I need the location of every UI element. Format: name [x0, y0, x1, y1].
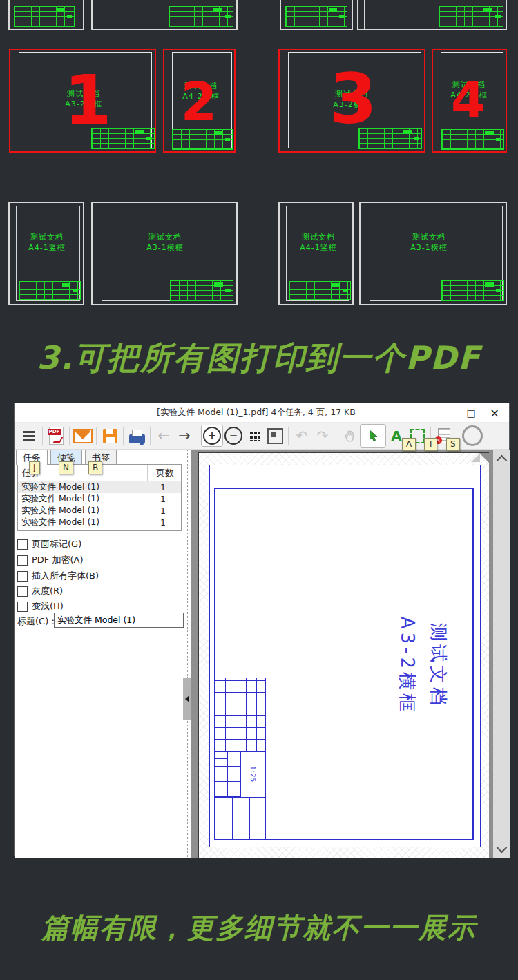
cad-frame-selected-4[interactable]: 测试文档A4-2竖框 4 — [432, 49, 507, 153]
cad-frame[interactable]: 测试文档A4-1竖框 — [278, 202, 354, 305]
toolbar-separator — [123, 427, 124, 445]
keytip-snapshot: S — [446, 438, 460, 451]
vertical-scrollbar[interactable] — [493, 450, 510, 858]
redo-button[interactable]: ↷ — [312, 425, 333, 446]
checkbox-box[interactable] — [17, 571, 28, 582]
select-tool-button[interactable] — [360, 424, 386, 448]
forward-button[interactable]: → — [174, 425, 195, 446]
pdf-preview-viewport: 测试文档 A3-2横框 1:25 — [191, 450, 493, 858]
cad-frame-partial[interactable] — [91, 0, 238, 30]
pdf-page: 测试文档 A3-2横框 1:25 — [198, 452, 489, 858]
zoom-in-icon: + — [203, 427, 221, 445]
thumbnails-button[interactable] — [244, 425, 265, 446]
clipped-icon — [462, 425, 483, 446]
checkbox-box[interactable] — [17, 602, 28, 612]
cad-frame[interactable]: 测试文档A3-1横框 — [91, 202, 238, 305]
fit-page-button[interactable] — [265, 425, 285, 446]
minimize-button[interactable]: – — [436, 404, 459, 422]
maximize-button[interactable]: □ — [459, 404, 483, 422]
keytip-bookmarks: B — [88, 461, 102, 474]
arrow-left-icon: ← — [157, 429, 170, 443]
collapse-left-icon — [185, 695, 189, 702]
cad-title-block — [14, 6, 75, 27]
cad-title-block — [441, 280, 504, 301]
hand-tool-button[interactable] — [339, 425, 360, 446]
drawing-text-rotated: 测试文档 A3-2横框 — [392, 617, 454, 715]
fit-page-icon — [267, 428, 283, 444]
zoom-out-icon: − — [224, 427, 242, 445]
title-input[interactable] — [54, 613, 184, 628]
window-content: 任务 便笺 书签 J N B 任务 页数 实验文件 Model (1)1 — [15, 450, 509, 858]
window-titlebar: [实验文件 Model (1)_1.pdf] 4个任务, 4 页, 17 KB … — [15, 403, 509, 423]
task-panel: 任务 便笺 书签 J N B 任务 页数 实验文件 Model (1)1 — [15, 450, 191, 858]
cad-title-block — [169, 6, 233, 27]
title-block-middle: 1:25 — [215, 751, 265, 798]
panel-splitter[interactable] — [187, 450, 188, 858]
cad-title-block — [285, 6, 347, 27]
selection-number: 2 — [181, 78, 218, 126]
table-row[interactable]: 实验文件 Model (1)1 — [18, 481, 181, 493]
cad-frame-label: 测试文档A4-1竖框 — [28, 232, 66, 253]
selection-number: 1 — [64, 69, 112, 133]
checkbox-box[interactable] — [17, 555, 28, 566]
cad-frame-partial[interactable] — [280, 0, 353, 30]
checkbox-box[interactable] — [17, 586, 28, 597]
cad-frame-partial[interactable] — [8, 0, 84, 30]
cad-margin-line — [364, 0, 365, 29]
toolbar-separator — [198, 427, 198, 445]
keytip-notes: N — [59, 461, 73, 474]
splitter-collapse-handle[interactable] — [183, 678, 191, 720]
page-corner-fold-shadow — [479, 453, 489, 463]
cad-title-block — [439, 6, 503, 27]
email-button[interactable] — [73, 425, 93, 446]
print-button[interactable] — [126, 425, 147, 446]
checkbox-embed-fonts[interactable]: 插入所有字体(B) — [17, 570, 99, 582]
title-field-label: 标题(C)： — [17, 615, 57, 628]
menu-icon — [23, 431, 35, 441]
floppy-disk-icon — [103, 429, 117, 443]
checkbox-page-marks[interactable]: 页面标记(G) — [17, 538, 81, 550]
toolbar-separator — [288, 427, 289, 445]
cad-frame[interactable]: 测试文档A4-1竖框 — [8, 202, 84, 305]
toolbar-separator — [150, 427, 151, 445]
back-button[interactable]: ← — [153, 425, 174, 446]
title-block-grid — [215, 678, 265, 752]
menu-button[interactable] — [19, 425, 39, 446]
table-row[interactable]: 实验文件 Model (1)1 — [18, 493, 181, 505]
save-button[interactable] — [99, 425, 120, 446]
checkbox-grayscale[interactable]: 灰度(R) — [17, 585, 63, 597]
cad-frame[interactable]: 测试文档A3-1横框 — [359, 202, 507, 305]
envelope-icon — [73, 429, 93, 443]
arrow-right-icon: → — [178, 429, 191, 443]
cad-frame-partial[interactable] — [357, 0, 507, 30]
table-row[interactable]: 实验文件 Model (1)1 — [18, 517, 181, 528]
checkbox-pdf-encrypt[interactable]: PDF 加密(A) — [17, 554, 84, 566]
cad-frame-selected-1[interactable]: 测试文档A3-2横框 1 — [9, 49, 156, 153]
toolbar-separator — [96, 427, 97, 445]
undo-button[interactable]: ↶ — [291, 425, 312, 446]
cad-frame-selected-2[interactable]: 测试文档A4-2竖框 2 — [163, 49, 236, 153]
checkbox-lighten[interactable]: 变浅(H) — [17, 600, 64, 613]
pdf-app-window: [实验文件 Model (1)_1.pdf] 4个任务, 4 页, 17 KB … — [14, 403, 510, 856]
toolbar-separator — [336, 427, 336, 445]
window-title: [实验文件 Model (1)_1.pdf] 4个任务, 4 页, 17 KB — [15, 407, 436, 419]
selection-number: 4 — [451, 77, 486, 122]
scroll-up-icon[interactable] — [497, 455, 508, 466]
checkbox-box[interactable] — [17, 539, 28, 550]
cad-title-block — [441, 129, 504, 150]
cad-title-block — [289, 281, 351, 300]
scroll-down-icon[interactable] — [497, 843, 508, 854]
drawing-title-block: 1:25 — [214, 678, 266, 840]
pdf-file-icon — [49, 427, 64, 445]
keytip-tasks: J — [29, 461, 40, 474]
cad-frame-selected-3[interactable]: 测试文档A3-2横框 3 — [278, 49, 425, 153]
hand-icon — [343, 430, 356, 443]
zoom-in-button[interactable]: + — [201, 425, 223, 447]
close-button[interactable]: × — [483, 404, 506, 422]
undo-icon: ↶ — [296, 429, 308, 443]
zoom-out-button[interactable]: − — [223, 425, 244, 446]
table-row[interactable]: 实验文件 Model (1)1 — [18, 505, 181, 517]
printer-icon — [129, 434, 145, 443]
pdf-export-button[interactable] — [46, 425, 66, 446]
screenshot-root: 测试文档A3-2横框 1 测试文档A4-2竖框 2 测试文档A3-2横框 3 测… — [0, 0, 518, 980]
